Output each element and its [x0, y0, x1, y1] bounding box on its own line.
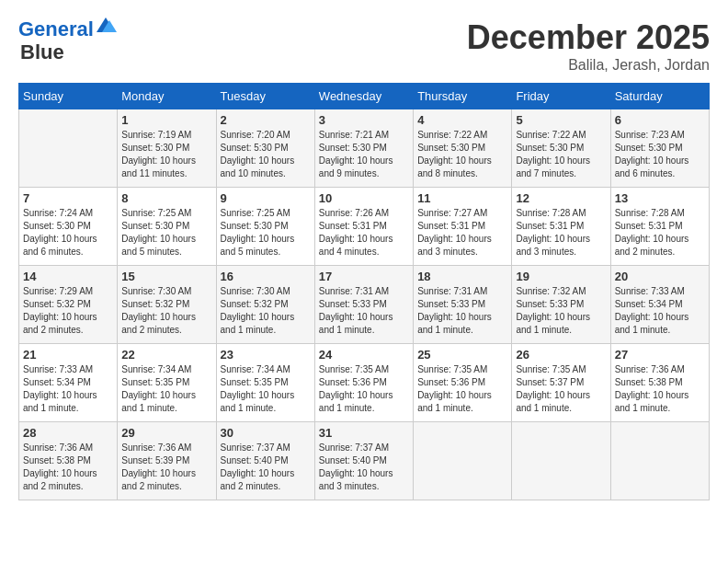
day-info: Sunrise: 7:35 AM Sunset: 5:36 PM Dayligh… — [319, 363, 409, 415]
week-row-3: 14Sunrise: 7:29 AM Sunset: 5:32 PM Dayli… — [19, 266, 710, 344]
day-info: Sunrise: 7:34 AM Sunset: 5:35 PM Dayligh… — [121, 363, 211, 415]
day-number: 25 — [417, 348, 507, 362]
day-info: Sunrise: 7:23 AM Sunset: 5:30 PM Dayligh… — [615, 129, 705, 180]
page-header: General Blue December 2025 Balila, Jeras… — [18, 18, 710, 74]
calendar-cell: 22Sunrise: 7:34 AM Sunset: 5:35 PM Dayli… — [118, 344, 216, 422]
logo-icon — [97, 16, 117, 36]
header-day-monday: Monday — [118, 84, 216, 109]
header-day-thursday: Thursday — [414, 84, 512, 109]
calendar-cell: 16Sunrise: 7:30 AM Sunset: 5:32 PM Dayli… — [216, 266, 314, 344]
calendar-cell: 7Sunrise: 7:24 AM Sunset: 5:30 PM Daylig… — [19, 188, 118, 266]
calendar-cell: 27Sunrise: 7:36 AM Sunset: 5:38 PM Dayli… — [610, 344, 709, 422]
day-number: 26 — [516, 348, 606, 362]
day-info: Sunrise: 7:26 AM Sunset: 5:31 PM Dayligh… — [319, 207, 409, 259]
day-info: Sunrise: 7:36 AM Sunset: 5:39 PM Dayligh… — [121, 442, 211, 493]
calendar-cell: 8Sunrise: 7:25 AM Sunset: 5:30 PM Daylig… — [118, 188, 216, 266]
calendar-cell: 15Sunrise: 7:30 AM Sunset: 5:32 PM Dayli… — [118, 266, 216, 344]
calendar-cell: 31Sunrise: 7:37 AM Sunset: 5:40 PM Dayli… — [314, 422, 413, 500]
calendar-cell: 19Sunrise: 7:32 AM Sunset: 5:33 PM Dayli… — [512, 266, 610, 344]
calendar-cell: 24Sunrise: 7:35 AM Sunset: 5:36 PM Dayli… — [314, 344, 413, 422]
day-info: Sunrise: 7:30 AM Sunset: 5:32 PM Dayligh… — [121, 285, 211, 337]
day-number: 30 — [221, 426, 311, 440]
calendar-cell: 23Sunrise: 7:34 AM Sunset: 5:35 PM Dayli… — [216, 344, 314, 422]
calendar-cell: 21Sunrise: 7:33 AM Sunset: 5:34 PM Dayli… — [19, 344, 118, 422]
calendar-cell: 18Sunrise: 7:31 AM Sunset: 5:33 PM Dayli… — [414, 266, 512, 344]
day-number: 13 — [615, 191, 705, 205]
header-day-tuesday: Tuesday — [216, 84, 314, 109]
day-number: 27 — [615, 348, 705, 362]
day-number: 23 — [221, 348, 311, 362]
calendar-cell: 26Sunrise: 7:35 AM Sunset: 5:37 PM Dayli… — [512, 344, 610, 422]
day-info: Sunrise: 7:32 AM Sunset: 5:33 PM Dayligh… — [516, 285, 606, 337]
day-number: 12 — [516, 191, 606, 205]
day-number: 14 — [23, 270, 113, 283]
day-info: Sunrise: 7:35 AM Sunset: 5:37 PM Dayligh… — [516, 363, 606, 415]
day-info: Sunrise: 7:24 AM Sunset: 5:30 PM Dayligh… — [23, 207, 113, 259]
day-number: 19 — [516, 270, 606, 283]
day-number: 11 — [417, 191, 507, 205]
calendar-table: SundayMondayTuesdayWednesdayThursdayFrid… — [18, 83, 710, 500]
day-info: Sunrise: 7:30 AM Sunset: 5:32 PM Dayligh… — [221, 285, 311, 337]
day-info: Sunrise: 7:21 AM Sunset: 5:30 PM Dayligh… — [319, 129, 409, 180]
logo-blue: Blue — [20, 40, 64, 64]
day-number: 6 — [615, 113, 705, 127]
calendar-cell — [610, 422, 709, 500]
logo: General Blue — [18, 18, 117, 64]
calendar-cell: 13Sunrise: 7:28 AM Sunset: 5:31 PM Dayli… — [610, 188, 709, 266]
calendar-cell: 28Sunrise: 7:36 AM Sunset: 5:38 PM Dayli… — [19, 422, 118, 500]
day-info: Sunrise: 7:29 AM Sunset: 5:32 PM Dayligh… — [23, 285, 113, 337]
day-number: 24 — [319, 348, 409, 362]
day-number: 31 — [319, 426, 409, 440]
day-number: 9 — [221, 191, 311, 205]
calendar-cell — [512, 422, 610, 500]
day-info: Sunrise: 7:36 AM Sunset: 5:38 PM Dayligh… — [23, 442, 113, 493]
day-info: Sunrise: 7:25 AM Sunset: 5:30 PM Dayligh… — [221, 207, 311, 259]
day-info: Sunrise: 7:31 AM Sunset: 5:33 PM Dayligh… — [319, 285, 409, 337]
logo-text: General — [18, 18, 94, 40]
header-row: SundayMondayTuesdayWednesdayThursdayFrid… — [19, 84, 710, 109]
day-info: Sunrise: 7:37 AM Sunset: 5:40 PM Dayligh… — [221, 442, 311, 493]
calendar-cell: 5Sunrise: 7:22 AM Sunset: 5:30 PM Daylig… — [512, 109, 610, 188]
day-info: Sunrise: 7:27 AM Sunset: 5:31 PM Dayligh… — [417, 207, 507, 259]
header-day-wednesday: Wednesday — [314, 84, 413, 109]
day-info: Sunrise: 7:22 AM Sunset: 5:30 PM Dayligh… — [417, 129, 507, 180]
day-number: 29 — [121, 426, 211, 440]
day-info: Sunrise: 7:33 AM Sunset: 5:34 PM Dayligh… — [615, 285, 705, 337]
day-number: 1 — [121, 113, 211, 127]
calendar-cell — [19, 109, 118, 188]
week-row-1: 1Sunrise: 7:19 AM Sunset: 5:30 PM Daylig… — [19, 109, 710, 188]
calendar-cell: 29Sunrise: 7:36 AM Sunset: 5:39 PM Dayli… — [118, 422, 216, 500]
calendar-cell: 11Sunrise: 7:27 AM Sunset: 5:31 PM Dayli… — [414, 188, 512, 266]
week-row-5: 28Sunrise: 7:36 AM Sunset: 5:38 PM Dayli… — [19, 422, 710, 500]
calendar-cell: 12Sunrise: 7:28 AM Sunset: 5:31 PM Dayli… — [512, 188, 610, 266]
calendar-cell: 17Sunrise: 7:31 AM Sunset: 5:33 PM Dayli… — [314, 266, 413, 344]
calendar-cell: 1Sunrise: 7:19 AM Sunset: 5:30 PM Daylig… — [118, 109, 216, 188]
day-number: 20 — [615, 270, 705, 283]
header-day-sunday: Sunday — [19, 84, 118, 109]
day-info: Sunrise: 7:22 AM Sunset: 5:30 PM Dayligh… — [516, 129, 606, 180]
calendar-cell: 4Sunrise: 7:22 AM Sunset: 5:30 PM Daylig… — [414, 109, 512, 188]
calendar-cell: 30Sunrise: 7:37 AM Sunset: 5:40 PM Dayli… — [216, 422, 314, 500]
day-info: Sunrise: 7:34 AM Sunset: 5:35 PM Dayligh… — [221, 363, 311, 415]
day-info: Sunrise: 7:36 AM Sunset: 5:38 PM Dayligh… — [615, 363, 705, 415]
day-info: Sunrise: 7:28 AM Sunset: 5:31 PM Dayligh… — [516, 207, 606, 259]
header-day-saturday: Saturday — [610, 84, 709, 109]
calendar-cell: 14Sunrise: 7:29 AM Sunset: 5:32 PM Dayli… — [19, 266, 118, 344]
week-row-2: 7Sunrise: 7:24 AM Sunset: 5:30 PM Daylig… — [19, 188, 710, 266]
header-day-friday: Friday — [512, 84, 610, 109]
day-number: 18 — [417, 270, 507, 283]
calendar-cell: 25Sunrise: 7:35 AM Sunset: 5:36 PM Dayli… — [414, 344, 512, 422]
location: Balila, Jerash, Jordan — [467, 57, 710, 74]
month-title: December 2025 — [467, 18, 710, 57]
day-number: 15 — [121, 270, 211, 283]
day-info: Sunrise: 7:20 AM Sunset: 5:30 PM Dayligh… — [221, 129, 311, 180]
calendar-cell — [414, 422, 512, 500]
day-number: 17 — [319, 270, 409, 283]
day-number: 16 — [221, 270, 311, 283]
day-info: Sunrise: 7:35 AM Sunset: 5:36 PM Dayligh… — [417, 363, 507, 415]
title-block: December 2025 Balila, Jerash, Jordan — [467, 18, 710, 74]
day-number: 10 — [319, 191, 409, 205]
day-info: Sunrise: 7:37 AM Sunset: 5:40 PM Dayligh… — [319, 442, 409, 493]
day-info: Sunrise: 7:31 AM Sunset: 5:33 PM Dayligh… — [417, 285, 507, 337]
day-number: 7 — [23, 191, 113, 205]
